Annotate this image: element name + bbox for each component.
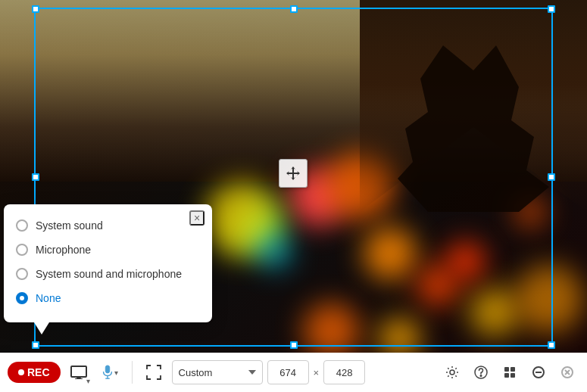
width-input[interactable] — [267, 360, 309, 384]
handle-top-middle[interactable] — [290, 5, 298, 13]
rec-button[interactable]: REC — [8, 362, 61, 383]
popup-close-button[interactable]: × — [189, 210, 205, 226]
move-arrows-svg — [284, 164, 302, 182]
toolbar: REC ▾ ▾ Custo — [0, 353, 587, 392]
screen-capture-button[interactable]: ▾ — [65, 359, 92, 386]
popup-item-system-sound[interactable]: System sound — [16, 213, 200, 238]
popup-item-microphone[interactable]: Microphone — [16, 238, 200, 262]
dropdown-chevron-icon — [248, 370, 256, 375]
svg-rect-5 — [105, 366, 109, 373]
svg-rect-3 — [76, 377, 81, 378]
handle-bottom-middle[interactable] — [290, 341, 298, 349]
radio-system-sound[interactable] — [16, 219, 28, 232]
minus-icon — [532, 366, 545, 378]
svg-point-8 — [450, 370, 454, 375]
microphone-label: Microphone — [36, 244, 91, 256]
svg-point-10 — [480, 375, 482, 377]
microphone-icon — [102, 365, 113, 380]
close-button[interactable] — [555, 360, 579, 384]
move-cursor-icon[interactable] — [279, 159, 308, 188]
mic-button-wrapper: ▾ — [97, 359, 124, 386]
rec-dot — [18, 369, 24, 375]
toolbar-divider-1 — [132, 361, 133, 384]
help-button[interactable] — [469, 360, 493, 384]
handle-middle-left[interactable] — [32, 173, 39, 181]
settings-button[interactable] — [440, 360, 464, 384]
microphone-button[interactable]: ▾ — [97, 359, 124, 386]
minimize-button[interactable] — [526, 360, 551, 384]
svg-rect-4 — [75, 378, 83, 379]
fullscreen-button[interactable] — [140, 359, 167, 386]
screen-icon — [70, 366, 87, 379]
help-icon — [474, 366, 488, 379]
popup-item-system-mic[interactable]: System sound and microphone — [16, 262, 200, 286]
none-label: None — [36, 292, 61, 304]
height-input[interactable] — [323, 360, 365, 384]
grid-button[interactable] — [498, 360, 522, 384]
system-mic-label: System sound and microphone — [36, 268, 182, 280]
audio-source-popup: × System sound Microphone System sound a… — [4, 204, 212, 322]
radio-none[interactable] — [16, 292, 28, 304]
custom-dropdown-value: Custom — [179, 367, 245, 378]
handle-bottom-right[interactable] — [548, 341, 555, 349]
fullscreen-icon — [146, 365, 161, 380]
system-sound-label: System sound — [36, 219, 103, 232]
handle-middle-right[interactable] — [548, 173, 555, 181]
handle-top-right[interactable] — [548, 5, 555, 13]
grid-icon — [504, 367, 515, 378]
handle-top-left[interactable] — [32, 5, 39, 13]
close-icon — [561, 366, 573, 378]
size-separator: × — [314, 367, 320, 378]
radio-system-mic[interactable] — [16, 268, 28, 280]
size-preset-dropdown[interactable]: Custom — [172, 360, 263, 384]
svg-rect-2 — [71, 366, 86, 377]
handle-bottom-left[interactable] — [32, 341, 39, 349]
popup-item-none[interactable]: None — [16, 286, 200, 310]
rec-label: REC — [27, 366, 50, 378]
radio-microphone[interactable] — [16, 244, 28, 256]
gear-icon — [445, 366, 459, 379]
